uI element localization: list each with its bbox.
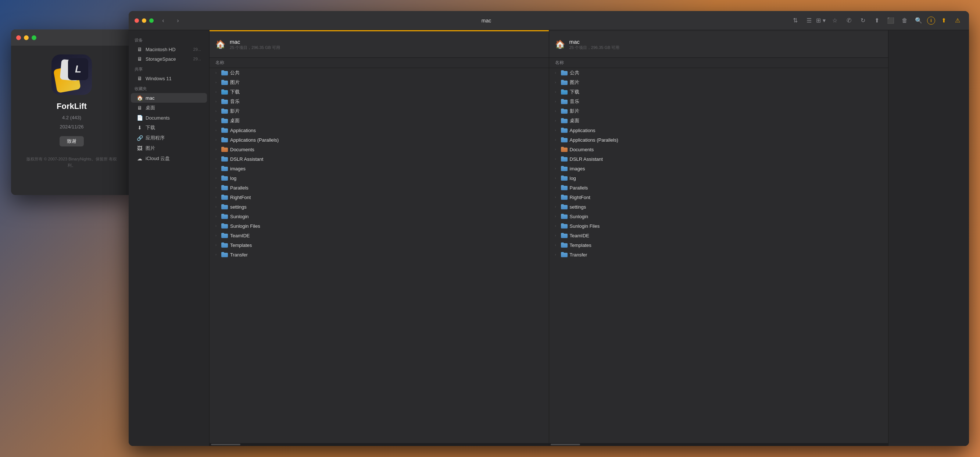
- file-item[interactable]: › Transfer: [210, 250, 549, 259]
- file-item[interactable]: › 下载: [210, 87, 549, 97]
- finder-maximize-button[interactable]: [149, 18, 154, 23]
- file-item[interactable]: › 桌面: [549, 116, 888, 125]
- minimize-button[interactable]: [24, 35, 29, 40]
- file-item[interactable]: › 音乐: [210, 97, 549, 106]
- file-name: Sunlogin Files: [230, 223, 260, 229]
- file-name: Parallels: [230, 185, 248, 190]
- file-item[interactable]: › Parallels: [549, 183, 888, 192]
- file-item[interactable]: › Documents: [210, 145, 549, 154]
- folder-icon: [561, 185, 568, 190]
- file-item[interactable]: › log: [549, 173, 888, 183]
- file-item[interactable]: › settings: [210, 202, 549, 212]
- sidebar-item-macintosh-hd[interactable]: 🖥 Macintosh HD 29...: [131, 45, 207, 54]
- file-item[interactable]: › 图片: [549, 78, 888, 87]
- phone-button[interactable]: ✆: [843, 15, 854, 26]
- sidebar-item-storagespace[interactable]: 🖥 StorageSpace 29...: [131, 54, 207, 64]
- file-item[interactable]: › DSLR Assistant: [549, 154, 888, 164]
- file-item[interactable]: › images: [210, 164, 549, 173]
- refresh-button[interactable]: ↻: [857, 15, 868, 26]
- upload-button[interactable]: ⬆: [871, 15, 882, 26]
- file-item[interactable]: › 音乐: [549, 97, 888, 106]
- close-button[interactable]: [16, 35, 21, 40]
- right-scrollbar[interactable]: [549, 443, 888, 446]
- info-badge[interactable]: i: [927, 16, 935, 25]
- star-button[interactable]: ☆: [829, 15, 840, 26]
- chevron-icon: ›: [555, 224, 559, 228]
- sidebar-item-desktop[interactable]: 🖥 桌面: [131, 103, 207, 113]
- list-view-button[interactable]: ☰: [803, 15, 815, 26]
- file-name: 公共: [230, 70, 240, 76]
- left-location-sub: 25 个项目，296.35 GB 可用: [230, 45, 280, 50]
- sidebar-item-label: 应用程序: [146, 135, 165, 141]
- sidebar-item-label: 桌面: [146, 104, 155, 111]
- warning-button[interactable]: ⚠: [952, 15, 963, 26]
- sidebar-item-downloads[interactable]: ⬇ 下载: [131, 123, 207, 133]
- left-file-list[interactable]: › 公共 › 图片 › 下载 ›: [210, 68, 549, 443]
- file-item[interactable]: › Transfer: [549, 250, 888, 259]
- file-item[interactable]: › 影片: [210, 106, 549, 116]
- file-name: TeamIDE: [570, 233, 589, 238]
- file-item[interactable]: › Sunlogin Files: [549, 221, 888, 231]
- trash-button[interactable]: 🗑: [899, 15, 910, 26]
- file-name: Documents: [230, 147, 255, 152]
- file-item[interactable]: › TeamIDE: [210, 231, 549, 240]
- file-name: Parallels: [570, 185, 588, 190]
- chevron-icon: ›: [555, 214, 559, 218]
- sidebar-item-pictures[interactable]: 🖼 图片: [131, 143, 207, 153]
- sidebar-item-mac[interactable]: 🏠 mac: [131, 93, 207, 103]
- maximize-button[interactable]: [32, 35, 37, 40]
- sidebar-item-applications[interactable]: 🔗 应用程序: [131, 133, 207, 143]
- file-item[interactable]: › DSLR Assistant: [210, 154, 549, 164]
- file-item[interactable]: › 下载: [549, 87, 888, 97]
- file-item[interactable]: › settings: [549, 202, 888, 212]
- folder-icon: [221, 243, 228, 248]
- file-item[interactable]: › Sunlogin: [210, 212, 549, 221]
- file-item[interactable]: › Applications (Parallels): [210, 135, 549, 145]
- file-item[interactable]: › Documents: [549, 145, 888, 154]
- right-location-info: mac 25 个项目，296.35 GB 可用: [570, 38, 620, 50]
- grid-view-button[interactable]: ⊞ ▾: [815, 15, 826, 26]
- file-item[interactable]: › Templates: [549, 240, 888, 250]
- file-item[interactable]: › Sunlogin: [549, 212, 888, 221]
- folder-icon: [221, 99, 228, 104]
- file-name: RightFont: [570, 195, 590, 200]
- file-item[interactable]: › Parallels: [210, 183, 549, 192]
- back-button[interactable]: ‹: [158, 16, 169, 25]
- sidebar-item-documents[interactable]: 📄 Documents: [131, 113, 207, 123]
- sidebar-item-icloud[interactable]: ☁ iCloud 云盘: [131, 153, 207, 164]
- sync-button[interactable]: ⇅: [789, 15, 800, 26]
- file-item[interactable]: › 公共: [210, 68, 549, 78]
- sidebar-item-windows11[interactable]: 🖥 Windows 11: [131, 74, 207, 83]
- upload2-button[interactable]: ⬆: [938, 15, 949, 26]
- file-item[interactable]: › Applications: [549, 125, 888, 135]
- finder-minimize-button[interactable]: [142, 18, 146, 23]
- chevron-icon: ›: [215, 243, 219, 247]
- file-item[interactable]: › RightFont: [549, 192, 888, 202]
- file-item[interactable]: › Applications: [210, 125, 549, 135]
- forward-button[interactable]: ›: [173, 16, 183, 25]
- finder-close-button[interactable]: [135, 18, 139, 23]
- thanks-button[interactable]: 致谢: [60, 136, 84, 147]
- search-button[interactable]: 🔍: [913, 15, 924, 26]
- right-file-list[interactable]: › 公共 › 图片 › 下载 ›: [549, 68, 888, 443]
- file-item[interactable]: › Sunlogin Files: [210, 221, 549, 231]
- file-name: Sunlogin: [230, 214, 249, 219]
- new-folder-button[interactable]: ⬛: [885, 15, 896, 26]
- file-item[interactable]: › 桌面: [210, 116, 549, 125]
- file-item[interactable]: › 公共: [549, 68, 888, 78]
- file-item[interactable]: › 图片: [210, 78, 549, 87]
- toolbar-right: ⇅ ☰ ⊞ ▾ ☆ ✆ ↻ ⬆ ⬛ 🗑 🔍 i ⬆ ⚠: [789, 15, 963, 26]
- chevron-icon: ›: [215, 119, 219, 123]
- file-item[interactable]: › log: [210, 173, 549, 183]
- file-name: 图片: [570, 79, 579, 86]
- finder-window: ‹ › mac ⇅ ☰ ⊞ ▾ ☆ ✆ ↻ ⬆ ⬛ 🗑 🔍 i ⬆ ⚠ 设备 🖥: [129, 11, 969, 446]
- file-item[interactable]: › 影片: [549, 106, 888, 116]
- file-item[interactable]: › Applications (Parallels): [549, 135, 888, 145]
- file-item[interactable]: › RightFont: [210, 192, 549, 202]
- file-item[interactable]: › Templates: [210, 240, 549, 250]
- left-scrollbar[interactable]: [210, 443, 549, 446]
- file-item[interactable]: › images: [549, 164, 888, 173]
- file-item[interactable]: › TeamIDE: [549, 231, 888, 240]
- app-icon: L: [51, 54, 92, 95]
- file-name: Applications (Parallels): [230, 137, 278, 143]
